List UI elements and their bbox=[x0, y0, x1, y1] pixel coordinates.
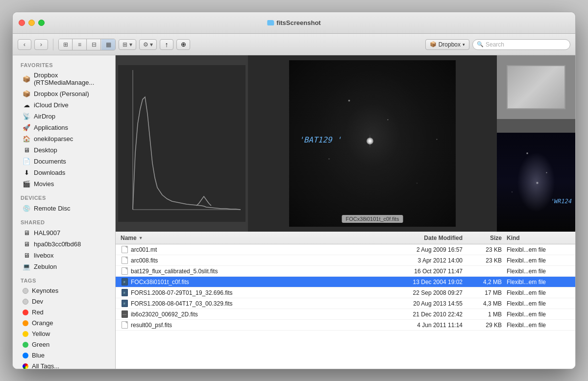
sidebar-item-dropbox2[interactable]: 📦 Dropbox (Personal) bbox=[15, 88, 113, 99]
search-placeholder: Search bbox=[486, 41, 504, 48]
action-button[interactable]: ⚙ ▾ bbox=[139, 39, 157, 50]
file-name: bat129_flux_calibrated_5.0slit.fits bbox=[131, 268, 379, 275]
link-button[interactable]: ⊕ bbox=[176, 39, 190, 50]
fits-icon: F bbox=[121, 278, 128, 286]
sidebar-item-hal9007[interactable]: 🖥 HAL9007 bbox=[15, 227, 113, 238]
fits-preview-panel: 'BAT129 ' FOCx38i0101t_c0f.fits bbox=[248, 55, 497, 232]
sidebar-item-onekiloparsec[interactable]: 🏠 onekiloparsec bbox=[15, 133, 113, 144]
file-kind: Flexibl...em file bbox=[507, 279, 570, 286]
sidebar-item-airdrop[interactable]: 📡 AirDrop bbox=[15, 111, 113, 121]
sidebar-item-remotedisc[interactable]: 💿 Remote Disc bbox=[15, 203, 113, 214]
table-row[interactable]: F FOCx38i0101t_c0f.fits 13 Dec 2004 19:0… bbox=[116, 277, 575, 287]
red-dot bbox=[23, 310, 28, 315]
page-icon bbox=[121, 321, 128, 329]
col-name-header[interactable]: Name ▼ bbox=[121, 235, 379, 241]
table-row[interactable]: F FORS1.2008-08-04T17_03_00.329.fits 20 … bbox=[116, 298, 575, 309]
close-button[interactable] bbox=[19, 20, 25, 26]
table-row[interactable]: F FORS1.2008-07-29T01_19_32.696.fits 22 … bbox=[116, 287, 575, 298]
sidebar-item-livebox[interactable]: 🖥 livebox bbox=[15, 250, 113, 261]
sidebar-item-zebulon[interactable]: 💻 Zebulon bbox=[15, 261, 113, 272]
sidebar-item-icloud[interactable]: ☁ iCloud Drive bbox=[15, 99, 113, 110]
shared-header: Shared bbox=[13, 216, 115, 227]
view-button-group: ⊞ ≡ ⊟ ▦ bbox=[58, 39, 116, 50]
sidebar-tag-blue[interactable]: Blue bbox=[15, 350, 113, 360]
dev-dot bbox=[23, 299, 28, 305]
toolbar-divider-1 bbox=[53, 39, 53, 50]
svg-rect-0 bbox=[118, 65, 245, 222]
sidebar-tag-dev[interactable]: Dev bbox=[15, 296, 113, 307]
file-list: Name ▼ Date Modified Size Kind arc001. bbox=[116, 232, 575, 369]
file-name: arc008.fits bbox=[131, 257, 379, 264]
movies-icon: 🎬 bbox=[23, 180, 30, 188]
sidebar-tag-red[interactable]: Red bbox=[15, 307, 113, 317]
forward-button[interactable]: › bbox=[34, 39, 48, 50]
sidebar: Favorites 📦 Dropbox (RTSMediaManage... 📦… bbox=[13, 55, 116, 369]
file-kind: Flexibl...em file bbox=[507, 257, 570, 264]
main-content: Favorites 📦 Dropbox (RTSMediaManage... 📦… bbox=[13, 55, 575, 369]
monitor3-icon: 🖥 bbox=[23, 251, 30, 259]
dropbox-icon: 📦 bbox=[430, 41, 437, 48]
col-size-header[interactable]: Size bbox=[467, 235, 507, 241]
tag-orange-label: Orange bbox=[32, 319, 53, 327]
file-kind: Flexibl...em file bbox=[507, 311, 570, 318]
tag-alltags-label: All Tags... bbox=[32, 362, 59, 369]
maximize-button[interactable] bbox=[38, 20, 45, 26]
table-row[interactable]: — ib6o23020_00692_2D.fits 21 Dec 2010 22… bbox=[116, 309, 575, 320]
sidebar-desktop-label: Desktop bbox=[34, 146, 57, 154]
disc-icon: 💿 bbox=[23, 204, 30, 212]
sidebar-movies-label: Movies bbox=[34, 180, 54, 188]
sidebar-tag-orange[interactable]: Orange bbox=[15, 318, 113, 328]
file-name: FOCx38i0101t_c0f.fits bbox=[131, 279, 379, 286]
star5 bbox=[436, 139, 438, 140]
gstar4 bbox=[512, 191, 513, 192]
sidebar-item-dropbox1[interactable]: 📦 Dropbox (RTSMediaManage... bbox=[15, 70, 113, 88]
file-size: 4,2 MB bbox=[467, 279, 507, 286]
view-column-button[interactable]: ⊟ bbox=[87, 39, 101, 50]
sidebar-hpa-label: hpa0b3cc0fbd68 bbox=[34, 240, 81, 248]
sidebar-tag-yellow[interactable]: Yellow bbox=[15, 329, 113, 339]
page-icon bbox=[121, 246, 128, 254]
sidebar-icloud-label: iCloud Drive bbox=[34, 101, 69, 109]
dropbox-button[interactable]: 📦 Dropbox ▾ bbox=[425, 39, 469, 50]
sidebar-home-label: onekiloparsec bbox=[34, 135, 73, 143]
table-row[interactable]: result00_psf.fits 4 Jun 2011 11:14 29 KB… bbox=[116, 320, 575, 331]
back-button[interactable]: ‹ bbox=[18, 39, 31, 50]
dash-icon: — bbox=[121, 310, 128, 318]
table-row[interactable]: arc001.mt 2 Aug 2009 16:57 23 KB Flexibl… bbox=[116, 244, 575, 255]
icloud-icon: ☁ bbox=[23, 101, 30, 109]
sidebar-item-documents[interactable]: 📄 Documents bbox=[15, 156, 113, 167]
documents-icon: 📄 bbox=[23, 157, 30, 165]
sidebar-item-applications[interactable]: 🚀 Applications bbox=[15, 122, 113, 133]
sidebar-zebulon-label: Zebulon bbox=[34, 263, 57, 270]
gstar3 bbox=[536, 182, 539, 184]
sidebar-tag-keynotes[interactable]: Keynotes bbox=[15, 286, 113, 296]
star3 bbox=[328, 158, 330, 160]
sidebar-item-hpa[interactable]: 🖥 hpa0b3cc0fbd68 bbox=[15, 238, 113, 249]
view-icon-button[interactable]: ⊞ bbox=[59, 39, 73, 50]
col-kind-header[interactable]: Kind bbox=[507, 235, 570, 241]
view-cover-button[interactable]: ▦ bbox=[101, 39, 115, 50]
sidebar-item-movies[interactable]: 🎬 Movies bbox=[15, 178, 113, 189]
star4 bbox=[416, 183, 417, 184]
file-size: 4,3 MB bbox=[467, 300, 507, 307]
file-date: 16 Oct 2007 11:47 bbox=[379, 268, 467, 275]
sidebar-item-desktop[interactable]: 🖥 Desktop bbox=[15, 144, 113, 155]
sidebar-tag-alltags[interactable]: All Tags... bbox=[15, 361, 113, 369]
right-preview-panel: 'WR124 bbox=[497, 55, 575, 232]
file-kind: Flexibl...em file bbox=[507, 268, 570, 275]
file-size: 29 KB bbox=[467, 322, 507, 329]
arrange-button[interactable]: ⊞ ▾ bbox=[119, 39, 136, 50]
search-box[interactable]: 🔍 Search bbox=[472, 39, 570, 50]
blue-dot bbox=[23, 353, 28, 358]
dark-separator bbox=[497, 119, 575, 133]
col-date-header[interactable]: Date Modified bbox=[379, 235, 467, 241]
share-button[interactable]: ↑ bbox=[160, 39, 173, 50]
tag-blue-label: Blue bbox=[32, 352, 45, 359]
sidebar-item-downloads[interactable]: ⬇ Downloads bbox=[15, 167, 113, 178]
view-list-button[interactable]: ≡ bbox=[73, 39, 87, 50]
table-row[interactable]: bat129_flux_calibrated_5.0slit.fits 16 O… bbox=[116, 266, 575, 277]
table-row[interactable]: arc008.fits 3 Apr 2012 14:00 23 KB Flexi… bbox=[116, 255, 575, 266]
sidebar-tag-green[interactable]: Green bbox=[15, 339, 113, 350]
minimize-button[interactable] bbox=[28, 20, 35, 26]
file-date: 21 Dec 2010 22:42 bbox=[379, 311, 467, 318]
